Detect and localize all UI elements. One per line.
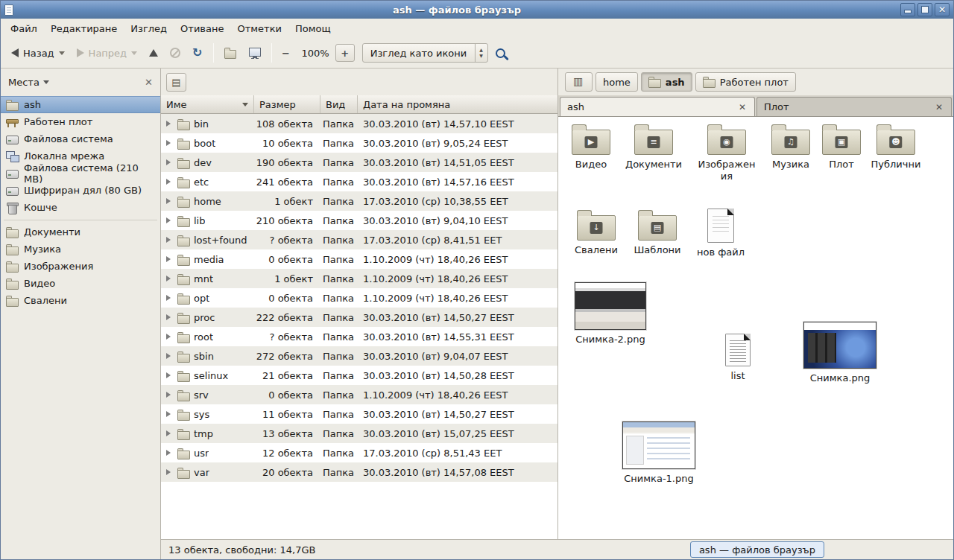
table-row[interactable]: tmp 13 обекта Папка 30.03.2010 (вт) 15,0… <box>161 424 557 443</box>
place-item[interactable]: Музика <box>1 241 160 258</box>
places-close-button[interactable] <box>145 77 153 88</box>
table-row[interactable]: sbin 272 обекта Папка 30.03.2010 (вт) 9,… <box>161 346 557 366</box>
expander-icon[interactable] <box>166 198 174 204</box>
table-row[interactable]: dev 190 обекта Папка 30.03.2010 (вт) 14,… <box>161 153 557 172</box>
place-item[interactable]: Видео <box>1 275 160 292</box>
tab[interactable]: ash <box>560 97 755 116</box>
icon-view-item[interactable]: Снимка-2.png <box>573 282 648 346</box>
table-row[interactable]: sys 11 обекта Папка 30.03.2010 (вт) 14,5… <box>161 404 557 424</box>
place-item[interactable]: Свалени <box>1 292 160 309</box>
icon-view-item[interactable]: Шаблони <box>626 209 689 256</box>
expander-icon[interactable] <box>166 121 174 127</box>
menu-item[interactable]: Отметки <box>230 20 288 37</box>
place-item[interactable]: Файлова система (210 MB) <box>1 165 160 182</box>
path-button[interactable]: home <box>596 72 638 92</box>
table-row[interactable]: srv 0 обекта Папка 1.10.2009 (чт) 18,40,… <box>161 385 557 404</box>
expander-icon[interactable] <box>166 295 174 301</box>
place-item[interactable] <box>1 216 160 223</box>
table-row[interactable]: bin 108 обекта Папка 30.03.2010 (вт) 14,… <box>161 114 557 133</box>
table-row[interactable]: root ? обекта Папка 30.03.2010 (вт) 14,5… <box>161 327 557 346</box>
menu-item[interactable]: Изглед <box>124 20 174 37</box>
menu-item[interactable]: Редактиране <box>44 20 124 37</box>
sort-indicator-icon[interactable] <box>242 103 248 109</box>
table-row[interactable]: media 0 обекта Папка 1.10.2009 (чт) 18,4… <box>161 249 557 269</box>
place-item[interactable]: Изображения <box>1 258 160 275</box>
expander-icon[interactable] <box>166 392 174 398</box>
path-button[interactable] <box>565 72 593 92</box>
back-history-chevron-icon[interactable] <box>59 51 65 58</box>
expander-icon[interactable] <box>166 450 174 456</box>
table-row[interactable]: selinux 21 обекта Папка 30.03.2010 (вт) … <box>161 366 557 385</box>
pane-toggle-button[interactable] <box>166 73 186 92</box>
icon-view-item[interactable]: list <box>707 334 769 382</box>
place-item[interactable]: Работен плот <box>1 113 160 130</box>
expander-icon[interactable] <box>166 256 174 262</box>
table-row[interactable]: lost+found ? обекта Папка 17.03.2010 (ср… <box>161 230 557 249</box>
icon-view-item[interactable]: Документи <box>622 123 685 171</box>
table-row[interactable]: opt 0 обекта Папка 1.10.2009 (чт) 18,40,… <box>161 288 557 308</box>
expander-icon[interactable] <box>166 140 174 146</box>
table-row[interactable]: mnt 1 обект Папка 1.10.2009 (чт) 18,40,2… <box>161 269 557 288</box>
table-row[interactable]: boot 10 обекта Папка 30.03.2010 (вт) 9,0… <box>161 133 557 153</box>
view-mode-spinner-icon[interactable] <box>475 44 487 62</box>
tab[interactable]: Плот <box>756 97 952 116</box>
icon-view-item[interactable]: Снимка.png <box>803 322 877 384</box>
table-row[interactable]: lib 210 обекта Папка 30.03.2010 (вт) 9,0… <box>161 211 557 230</box>
expander-icon[interactable] <box>166 237 174 243</box>
up-button[interactable] <box>143 45 164 61</box>
icon-view-item[interactable]: Свалени <box>565 209 628 256</box>
expander-icon[interactable] <box>166 314 174 320</box>
table-row[interactable]: var 20 обекта Папка 30.03.2010 (вт) 14,5… <box>161 462 557 482</box>
icon-view-item[interactable]: нов файл <box>689 209 752 258</box>
zoom-out-button[interactable]: − <box>277 44 296 62</box>
reload-button[interactable]: ↻ <box>186 43 208 63</box>
expander-icon[interactable] <box>166 334 174 340</box>
icon-view-item[interactable]: Снимка-1.png <box>622 421 696 485</box>
close-button[interactable] <box>935 3 950 16</box>
expander-icon[interactable] <box>166 430 174 436</box>
taskbar-window-button[interactable]: ash — файлов браузър <box>690 541 824 558</box>
menu-item[interactable]: Отиване <box>174 20 230 37</box>
column-header-name[interactable]: Име <box>161 95 254 113</box>
expander-icon[interactable] <box>166 179 174 185</box>
path-button[interactable]: Работен плот <box>695 72 796 92</box>
places-dropdown-icon[interactable] <box>43 80 49 87</box>
maximize-button[interactable] <box>917 3 932 16</box>
place-item[interactable]: Файлова система <box>1 130 160 147</box>
expander-icon[interactable] <box>166 353 174 359</box>
table-row[interactable]: etc 241 обекта Папка 30.03.2010 (вт) 14,… <box>161 172 557 191</box>
expander-icon[interactable] <box>166 276 174 281</box>
table-row[interactable]: home 1 обект Папка 17.03.2010 (ср) 10,38… <box>161 191 557 211</box>
tab-close-button[interactable] <box>934 102 944 112</box>
icon-view-item[interactable]: Изображения <box>695 123 758 183</box>
icon-view-item[interactable]: Публични <box>865 123 927 171</box>
menu-item[interactable]: Помощ <box>288 20 338 37</box>
expander-icon[interactable] <box>166 372 174 378</box>
zoom-in-button[interactable]: + <box>335 44 355 62</box>
tab-close-button[interactable] <box>737 102 748 112</box>
place-item[interactable]: Шифриран дял (80 GB) <box>1 182 160 199</box>
expander-icon[interactable] <box>166 411 174 417</box>
computer-button[interactable] <box>242 43 267 63</box>
expander-icon[interactable] <box>166 159 174 165</box>
column-header-size[interactable]: Размер <box>254 95 320 113</box>
view-mode-select[interactable]: Изглед като икони <box>362 43 488 63</box>
expander-icon[interactable] <box>166 469 174 475</box>
icon-view[interactable]: Видео Документи Изображения <box>558 117 953 539</box>
place-item[interactable]: Кошче <box>1 199 160 216</box>
search-button[interactable] <box>488 42 516 64</box>
place-item[interactable]: Документи <box>1 223 160 241</box>
expander-icon[interactable] <box>166 217 174 223</box>
column-header-modified[interactable]: Дата на промяна <box>358 95 557 113</box>
menu-item[interactable]: Файл <box>4 20 44 37</box>
home-button[interactable] <box>218 42 242 63</box>
icon-view-item[interactable]: Видео <box>560 123 622 171</box>
forward-button[interactable]: Напред <box>71 43 143 63</box>
place-item[interactable]: ash <box>1 96 160 113</box>
back-button[interactable]: Назад <box>5 43 71 63</box>
minimize-button[interactable] <box>900 3 915 16</box>
path-button[interactable]: ash <box>641 72 692 92</box>
column-header-type[interactable]: Вид <box>320 95 358 113</box>
icon-view-item[interactable]: Плот <box>810 123 873 171</box>
table-row[interactable]: usr 12 обекта Папка 17.03.2010 (ср) 8,51… <box>161 443 557 462</box>
